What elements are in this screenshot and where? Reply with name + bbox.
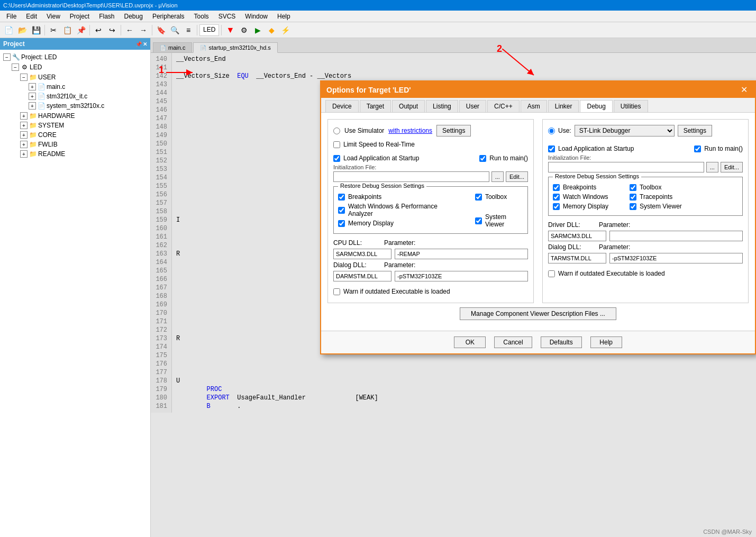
menu-svcs[interactable]: SVCS [214, 12, 240, 21]
dialog-tab-linker[interactable]: Linker [548, 100, 579, 112]
right-dialog-dll-input[interactable] [548, 253, 606, 263]
paste-btn[interactable]: 📌 [75, 24, 87, 37]
open-btn[interactable]: 📂 [16, 24, 29, 37]
dialog-tab-listing[interactable]: Listing [426, 100, 458, 112]
menu-window[interactable]: Window [241, 12, 272, 21]
dialog-tab-utilities[interactable]: Utilities [614, 100, 648, 112]
right-run-to-main-checkbox[interactable] [694, 145, 701, 152]
tree-expand-core[interactable]: + [20, 131, 28, 139]
right-dialog-param-input[interactable] [609, 253, 743, 263]
dialog-tab-asm[interactable]: Asm [521, 100, 547, 112]
left-dialog-param-input[interactable] [395, 271, 528, 281]
right-breakpoints-checkbox[interactable] [553, 184, 560, 191]
right-toolbox-checkbox[interactable] [630, 184, 636, 191]
find-btn[interactable]: 🔍 [168, 24, 181, 37]
right-settings-btn[interactable]: Settings [678, 125, 712, 136]
dialog-tab-target[interactable]: Target [360, 100, 391, 112]
simulator-settings-btn[interactable]: Settings [436, 125, 471, 136]
right-driver-dll-input[interactable] [548, 231, 606, 241]
right-sysviewer-checkbox[interactable] [630, 203, 636, 210]
manage-component-btn[interactable]: Manage Component Viewer Description File… [460, 307, 616, 320]
new-file-btn[interactable]: 📄 [2, 24, 15, 37]
with-restrictions-link[interactable]: with restrictions [388, 127, 432, 134]
debugger-select[interactable]: ST-Link Debugger J-LINK/J-TRACE Cortex U… [575, 125, 675, 136]
tree-row-stm32it[interactable]: + 📄 stm32f10x_it.c [28, 92, 148, 101]
tree-row-mainc[interactable]: + 📄 main.c [28, 82, 148, 92]
right-init-edit-btn[interactable]: Edit... [721, 162, 743, 172]
debug-stop-btn[interactable]: ◆ [265, 24, 278, 37]
left-watch-checkbox[interactable] [338, 207, 345, 214]
tree-row-core[interactable]: + 📁 CORE [19, 130, 148, 140]
left-warn-checkbox[interactable] [333, 288, 340, 295]
right-load-app-checkbox[interactable] [548, 145, 555, 152]
tree-expand-mainc[interactable]: + [29, 83, 36, 90]
dialog-tab-ccpp[interactable]: C/C++ [487, 100, 520, 112]
tree-row-fwlib[interactable]: + 📁 FWLIB [19, 140, 148, 149]
undo-btn[interactable]: ↩ [92, 24, 105, 37]
tree-expand-user[interactable]: − [20, 74, 28, 81]
tree-expand-stm32it[interactable]: + [29, 93, 36, 100]
left-memory-checkbox[interactable] [338, 220, 345, 227]
menu-help[interactable]: Help [273, 12, 295, 21]
flash-btn[interactable]: ⚡ [279, 24, 292, 37]
tree-row-hardware[interactable]: + 📁 HARDWARE [19, 111, 148, 121]
tree-expand-hardware[interactable]: + [20, 112, 28, 120]
cut-btn[interactable]: ✂ [47, 24, 60, 37]
use-simulator-radio[interactable] [333, 128, 340, 134]
left-cpu-param-input[interactable] [395, 249, 528, 259]
tree-expand-system-folder[interactable]: + [20, 122, 28, 129]
tree-row-user[interactable]: − 📁 USER [19, 72, 148, 82]
dialog-tab-debug[interactable]: Debug [580, 100, 612, 112]
sidebar-close-icon[interactable]: ✕ [143, 41, 147, 47]
left-init-edit-btn[interactable]: Edit... [506, 171, 528, 182]
indent-btn[interactable]: ≡ [182, 24, 195, 37]
left-breakpoints-checkbox[interactable] [338, 194, 345, 201]
nav-fwd-btn[interactable]: → [137, 24, 150, 37]
debug-start-btn[interactable]: ▶ [251, 24, 264, 37]
tree-expand-fwlib[interactable]: + [20, 141, 28, 148]
defaults-btn[interactable]: Defaults [541, 336, 582, 348]
left-toolbox-checkbox[interactable] [475, 194, 482, 201]
menu-debug[interactable]: Debug [120, 12, 147, 21]
right-init-browse-btn[interactable]: ... [706, 162, 718, 172]
left-run-to-main-checkbox[interactable] [479, 155, 486, 162]
left-init-browse-btn[interactable]: ... [491, 171, 504, 182]
bookmark-btn[interactable]: 🔖 [154, 24, 167, 37]
save-btn[interactable]: 💾 [30, 24, 42, 37]
dialog-tab-user[interactable]: User [459, 100, 486, 112]
tree-row-readme[interactable]: + 📁 README [19, 149, 148, 159]
left-load-app-checkbox[interactable] [333, 155, 340, 162]
copy-btn[interactable]: 📋 [61, 24, 74, 37]
dialog-tab-output[interactable]: Output [392, 100, 425, 112]
tree-expand-readme[interactable]: + [20, 150, 28, 158]
build-btn[interactable]: ▼ [224, 24, 236, 37]
right-tracepoints-checkbox[interactable] [630, 194, 636, 201]
redo-btn[interactable]: ↪ [106, 24, 119, 37]
limit-speed-checkbox[interactable] [333, 141, 340, 148]
menu-flash[interactable]: Flash [95, 12, 119, 21]
menu-view[interactable]: View [42, 12, 65, 21]
menu-project[interactable]: Project [66, 12, 94, 21]
tree-row-led[interactable]: − ⚙ LED [11, 62, 148, 72]
left-cpu-dll-input[interactable] [333, 249, 391, 259]
use-debugger-radio[interactable] [548, 128, 555, 134]
dialog-close-btn[interactable]: ✕ [739, 85, 750, 95]
menu-tools[interactable]: Tools [190, 12, 213, 21]
tree-expand-project[interactable]: − [3, 53, 11, 61]
tree-row-system[interactable]: + 📄 system_stm32f10x.c [28, 101, 148, 111]
left-dialog-dll-input[interactable] [333, 271, 391, 281]
tree-expand-led[interactable]: − [12, 63, 19, 71]
right-watch-checkbox[interactable] [553, 194, 560, 201]
compile-btn[interactable]: ⚙ [238, 24, 250, 37]
right-driver-param-input[interactable] [609, 231, 743, 241]
cancel-btn[interactable]: Cancel [494, 336, 532, 348]
left-sysviewer-checkbox[interactable] [475, 217, 482, 224]
right-warn-checkbox[interactable] [548, 270, 555, 277]
right-memory-checkbox[interactable] [553, 203, 560, 210]
tree-row-project[interactable]: − 🔧 Project: LED [2, 52, 148, 62]
sidebar-pin-icon[interactable]: 📌 [135, 41, 142, 47]
menu-file[interactable]: File [2, 12, 21, 21]
tree-row-system-folder[interactable]: + 📁 SYSTEM [19, 121, 148, 130]
left-init-input[interactable] [333, 171, 489, 182]
ok-btn[interactable]: OK [454, 336, 486, 348]
